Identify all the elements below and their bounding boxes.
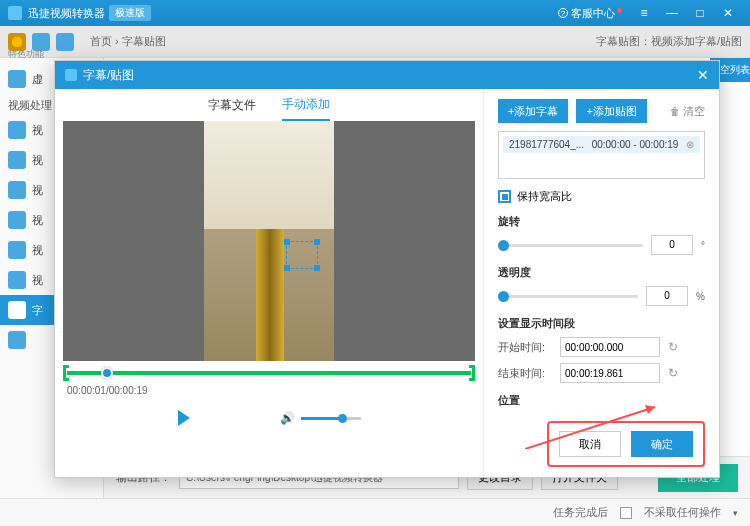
sidebar-icon (8, 331, 26, 349)
sidebar-icon (8, 181, 26, 199)
app-icon (8, 6, 22, 20)
add-sticker-button[interactable]: + 添加贴图 (576, 99, 646, 123)
tab-manual-add[interactable]: 手动添加 (282, 90, 330, 121)
timeline[interactable] (63, 365, 475, 383)
keep-ratio-checkbox[interactable] (498, 190, 511, 203)
remove-item-icon[interactable]: ⊗ (686, 139, 694, 150)
sidebar-icon (8, 70, 26, 88)
sidebar-icon (8, 301, 26, 319)
toolbar: 特色功能 首页 › 字幕贴图 字幕贴图：视频添加字幕/贴图 (0, 26, 750, 58)
rotate-label: 旋转 (498, 214, 705, 229)
keep-ratio-label: 保持宽高比 (517, 189, 572, 204)
rotate-value[interactable]: 0 (651, 235, 693, 255)
dialog-close-button[interactable]: ✕ (697, 67, 709, 83)
breadcrumb[interactable]: 首页 › 字幕贴图 (90, 34, 166, 49)
no-action-checkbox[interactable] (620, 507, 632, 519)
sidebar-icon (8, 151, 26, 169)
volume-slider[interactable] (301, 417, 361, 420)
close-button[interactable]: ✕ (714, 6, 742, 20)
reset-end-icon[interactable]: ↻ (668, 366, 678, 380)
end-time-input[interactable] (560, 363, 660, 383)
item-list: 21981777604_... 00:00:00 - 00:00:19 ⊗ (498, 131, 705, 179)
cancel-button[interactable]: 取消 (559, 431, 621, 457)
dialog-header[interactable]: 字幕/贴图 ✕ (55, 61, 719, 89)
minimize-button[interactable]: — (658, 6, 686, 20)
rotate-slider[interactable] (498, 244, 643, 247)
video-preview[interactable] (63, 121, 475, 361)
time-range-label: 设置显示时间段 (498, 316, 705, 331)
volume-icon[interactable]: 🔊 (280, 411, 295, 425)
no-action-label: 不采取任何操作 (644, 505, 721, 520)
settings-icon[interactable]: ≡ (630, 6, 658, 20)
statusbar: 任务完成后 不采取任何操作 ▾ (0, 498, 750, 526)
clear-button[interactable]: 🗑清空 (670, 104, 705, 119)
dialog-title: 字幕/贴图 (83, 67, 134, 84)
sidebar-icon (8, 271, 26, 289)
sidebar-icon (8, 211, 26, 229)
edition-badge: 极速版 (109, 5, 151, 21)
tool-icon-2[interactable] (56, 33, 74, 51)
start-time-input[interactable] (560, 337, 660, 357)
end-time-label: 结束时间: (498, 366, 552, 381)
dropdown-icon[interactable]: ▾ (733, 508, 738, 518)
sidebar-icon (8, 241, 26, 259)
after-done-label: 任务完成后 (553, 505, 608, 520)
reset-start-icon[interactable]: ↻ (668, 340, 678, 354)
help-center-button[interactable]: ? 客服中心 (558, 6, 622, 21)
start-time-label: 开始时间: (498, 340, 552, 355)
time-display: 00:00:01/00:00:19 (63, 385, 475, 396)
timeline-handle[interactable] (101, 367, 113, 379)
subtitle-sticker-dialog: 字幕/贴图 ✕ 字幕文件 手动添加 (54, 60, 720, 478)
tab-subtitle-file[interactable]: 字幕文件 (208, 91, 256, 120)
notification-dot (617, 8, 622, 13)
opacity-slider[interactable] (498, 295, 638, 298)
add-subtitle-button[interactable]: + 添加字幕 (498, 99, 568, 123)
app-name: 迅捷视频转换器 (28, 6, 105, 21)
toolbar-desc: 字幕贴图：视频添加字幕/贴图 (596, 34, 742, 49)
maximize-button[interactable]: □ (686, 6, 714, 20)
position-label: 位置 (498, 393, 705, 408)
opacity-value[interactable]: 0 (646, 286, 688, 306)
selection-box[interactable] (286, 241, 318, 269)
list-item[interactable]: 21981777604_... 00:00:00 - 00:00:19 ⊗ (503, 136, 700, 153)
toolbar-tag: 特色功能 (8, 48, 44, 61)
titlebar: 迅捷视频转换器 极速版 ? 客服中心 ≡ — □ ✕ (0, 0, 750, 26)
opacity-label: 透明度 (498, 265, 705, 280)
dialog-icon (65, 69, 77, 81)
dialog-footer: 取消 确定 (547, 421, 705, 467)
ok-button[interactable]: 确定 (631, 431, 693, 457)
sidebar-icon (8, 121, 26, 139)
play-button[interactable] (178, 410, 190, 426)
